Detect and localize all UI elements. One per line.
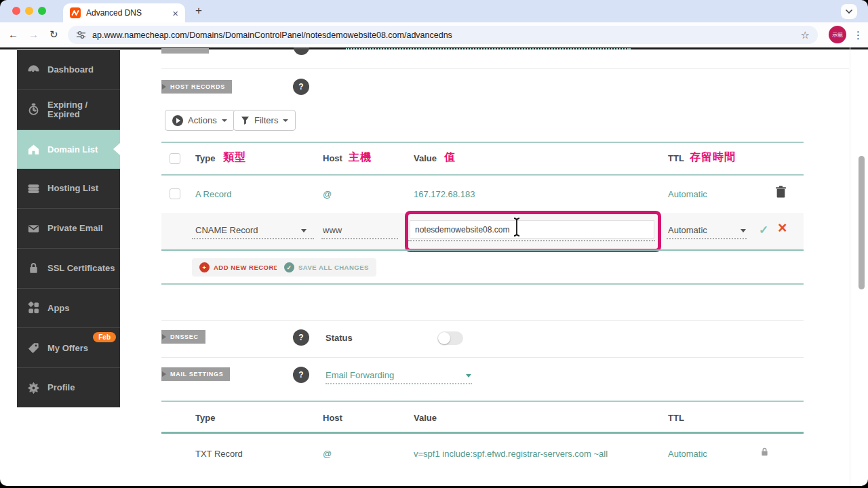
edit-type-select[interactable]: CNAME Record: [195, 225, 258, 235]
column-header-host: Host: [323, 413, 342, 423]
select-all-checkbox[interactable]: [170, 153, 180, 164]
record-ttl: Automatic: [668, 189, 707, 199]
bookmark-star-icon[interactable]: ☆: [801, 29, 810, 41]
url-text[interactable]: ap.www.namecheap.com/Domains/DomainContr…: [92, 30, 795, 40]
actions-icon: [172, 115, 183, 126]
toggle-knob: [438, 332, 450, 344]
window-zoom-button[interactable]: [38, 7, 46, 15]
record-type: TXT Record: [195, 449, 243, 459]
forward-icon: →: [28, 28, 39, 40]
tab-strip: Advanced DNS × +: [0, 0, 868, 22]
house-icon: [27, 143, 40, 156]
scrollbar-thumb[interactable]: [859, 156, 865, 289]
check-icon: ✓: [284, 262, 294, 272]
filters-button[interactable]: Filters: [233, 110, 296, 131]
record-host: @: [323, 449, 332, 459]
cancel-edit-icon[interactable]: ×: [778, 219, 787, 237]
tag-icon: [27, 342, 40, 354]
host-records-section-tag: HOST RECORDS: [161, 80, 232, 94]
actions-button[interactable]: Actions: [165, 110, 235, 131]
record-ttl: Automatic: [668, 449, 707, 459]
back-icon[interactable]: ←: [8, 28, 18, 40]
sidebar-item-my-offers[interactable]: My Offers Feb: [17, 328, 120, 368]
sidebar-item-dashboard[interactable]: Dashboard: [17, 50, 120, 90]
content-right-divider: [850, 47, 850, 486]
dnssec-toggle[interactable]: [437, 331, 463, 345]
host-records-section-label: HOST RECORDS: [170, 83, 225, 90]
edit-host-input[interactable]: www: [323, 225, 342, 235]
page-content: Dashboard Expiring / Expired Domain List…: [0, 47, 868, 486]
row-checkbox[interactable]: [170, 188, 180, 199]
save-all-changes-button[interactable]: ✓ SAVE ALL CHANGES: [277, 258, 376, 277]
sidebar-item-profile[interactable]: Profile: [17, 368, 120, 407]
envelope-icon: [27, 222, 40, 235]
table-border: [161, 401, 804, 402]
sidebar-item-private-email[interactable]: Private Email: [17, 209, 120, 249]
tab-search-chevron-icon[interactable]: [841, 4, 857, 19]
mail-settings-select[interactable]: Email Forwarding: [326, 370, 394, 380]
table-border: [161, 432, 804, 434]
profile-avatar[interactable]: 示範: [829, 26, 846, 43]
sidebar-item-label: My Offers: [47, 344, 92, 353]
reload-icon[interactable]: ↻: [50, 28, 58, 41]
new-tab-button[interactable]: +: [195, 4, 202, 18]
tab-close-icon[interactable]: ×: [172, 7, 178, 19]
column-header-type: Type: [195, 153, 215, 163]
sidebar-item-apps[interactable]: Apps: [17, 289, 120, 329]
table-border: [161, 174, 804, 176]
column-header-ttl: TTL: [668, 153, 684, 163]
dnssec-status-label: Status: [326, 333, 353, 343]
window-minimize-button[interactable]: [25, 7, 33, 15]
dnssec-section-label: DNSSEC: [170, 333, 199, 340]
dnssec-section-tag: DNSSEC: [161, 330, 205, 344]
column-header-value: Value: [414, 413, 437, 423]
month-badge: Feb: [93, 332, 116, 342]
window-close-button[interactable]: [12, 7, 20, 15]
section-divider: [161, 320, 804, 321]
chevron-down-icon: [301, 229, 307, 232]
gauge-icon: [27, 63, 40, 76]
partial-section-tag: [161, 48, 209, 54]
site-controls-icon[interactable]: [76, 30, 86, 40]
filter-funnel-icon: [241, 116, 250, 125]
mail-settings-help-icon[interactable]: ?: [293, 367, 309, 383]
address-bar[interactable]: ap.www.namecheap.com/Domains/DomainContr…: [68, 26, 818, 44]
add-new-record-button[interactable]: + ADD NEW RECORD: [192, 258, 286, 277]
record-value: v=spf1 include:spf.efwd.registrar-server…: [414, 449, 608, 459]
dnssec-help-icon[interactable]: ?: [293, 329, 309, 346]
browser-menu-icon[interactable]: ⋮: [853, 29, 863, 41]
column-header-value: Value: [414, 153, 437, 163]
sidebar-item-expiring[interactable]: Expiring / Expired: [17, 90, 120, 130]
save-all-changes-label: SAVE ALL CHANGES: [298, 264, 369, 271]
sidebar: Dashboard Expiring / Expired Domain List…: [17, 50, 120, 407]
plus-icon: +: [199, 262, 210, 272]
chevron-down-icon: [741, 229, 746, 232]
annotation-type: 類型: [223, 150, 246, 165]
edit-ttl-select[interactable]: Automatic: [668, 225, 707, 235]
tab-title: Advanced DNS: [86, 8, 167, 18]
namecheap-favicon-icon: [70, 7, 81, 18]
mail-settings-section-tag: MAIL SETTINGS: [161, 367, 230, 381]
sidebar-item-label: Hosting List: [47, 184, 102, 193]
section-divider: [161, 68, 849, 69]
chevron-down-icon: [222, 119, 227, 122]
server-icon: [27, 182, 40, 195]
screen: Advanced DNS × + ← → ↻ ap.www.namecheap.…: [0, 0, 868, 488]
browser-tab[interactable]: Advanced DNS ×: [63, 3, 185, 22]
confirm-edit-icon[interactable]: ✓: [759, 223, 768, 237]
section-divider: [161, 357, 804, 358]
sidebar-item-hosting-list[interactable]: Hosting List: [17, 169, 120, 209]
column-header-host: Host: [323, 153, 342, 163]
delete-record-icon[interactable]: [775, 185, 787, 199]
sidebar-item-ssl-certificates[interactable]: SSL Certificates: [17, 249, 120, 289]
sidebar-item-domain-list[interactable]: Domain List: [17, 130, 120, 169]
mail-settings-section-label: MAIL SETTINGS: [170, 371, 223, 378]
filters-button-label: Filters: [254, 115, 278, 125]
chevron-down-icon: [283, 119, 288, 122]
annotation-value: 值: [444, 150, 456, 165]
partial-help-icon: [294, 47, 309, 55]
record-host: @: [323, 189, 332, 199]
host-records-help-icon[interactable]: ?: [293, 79, 309, 95]
record-type: A Record: [195, 189, 231, 199]
lock-icon: [27, 262, 40, 274]
